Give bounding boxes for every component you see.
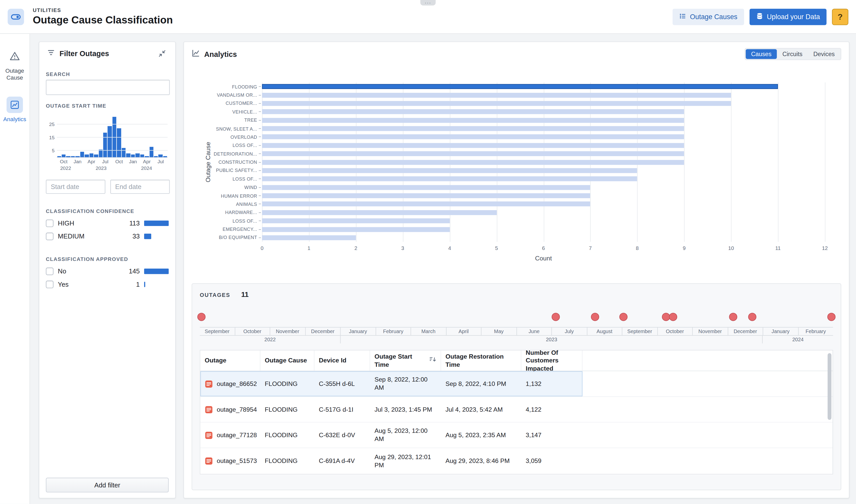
- category-label: ANIMALS: [236, 201, 257, 207]
- hist-bar[interactable]: [94, 155, 98, 157]
- column-header-outage-cause[interactable]: Outage Cause: [261, 350, 315, 371]
- outage-dot[interactable]: [729, 313, 737, 321]
- hist-bar[interactable]: [131, 155, 135, 157]
- column-header-outage-restoration-time[interactable]: Outage Restoration Time: [441, 350, 521, 371]
- hist-bar[interactable]: [62, 155, 66, 157]
- hist-bar[interactable]: [159, 155, 163, 157]
- hist-x-tick-label: Apr: [143, 159, 151, 164]
- hist-bar[interactable]: [80, 152, 84, 157]
- search-input[interactable]: [46, 79, 170, 95]
- hist-bar[interactable]: [140, 155, 144, 157]
- axis-tick: [259, 95, 261, 95]
- bar-wind[interactable]: [262, 185, 590, 190]
- bar-emergency[interactable]: [262, 227, 450, 232]
- filter-icon: [47, 48, 55, 59]
- bar-overload[interactable]: [262, 134, 684, 139]
- chart-row-vandalism-or: VANDALISM OR...: [262, 91, 825, 99]
- timeline-dots-strip: [200, 303, 833, 327]
- column-header-outage[interactable]: Outage: [200, 350, 260, 371]
- tab-causes[interactable]: Causes: [746, 49, 777, 59]
- bar-loss-of[interactable]: [262, 219, 450, 223]
- filter-option-high[interactable]: HIGH 113: [46, 217, 169, 230]
- timeline-month-september: September: [200, 327, 234, 335]
- bar-construction[interactable]: [262, 160, 684, 164]
- filter-option-no[interactable]: No 145: [46, 265, 169, 278]
- outage-dot[interactable]: [591, 313, 599, 321]
- tab-circuits[interactable]: Circuits: [777, 49, 808, 59]
- bar-b-o-equipment[interactable]: [262, 235, 356, 240]
- bar-human-error[interactable]: [262, 193, 590, 198]
- outage-dot[interactable]: [827, 313, 835, 321]
- add-filter-button[interactable]: Add filter: [46, 478, 169, 492]
- filter-option-medium[interactable]: MEDIUM 33: [46, 230, 169, 243]
- outage-causes-button[interactable]: Outage Causes: [673, 8, 744, 25]
- classification-confidence-label: CLASSIFICATION CONFIDENCE: [46, 208, 169, 214]
- hist-bar[interactable]: [122, 148, 126, 157]
- bar-customer[interactable]: [262, 101, 731, 106]
- tab-devices[interactable]: Devices: [808, 49, 840, 59]
- hist-bar[interactable]: [136, 153, 140, 157]
- bar-snow-sleet-a[interactable]: [262, 126, 684, 131]
- sort-icon[interactable]: [429, 356, 436, 365]
- window-drag-handle[interactable]: ···: [420, 0, 436, 5]
- hist-bar[interactable]: [117, 129, 121, 157]
- hist-bar[interactable]: [163, 156, 167, 157]
- hist-bar[interactable]: [103, 132, 107, 157]
- hist-bar[interactable]: [145, 156, 149, 157]
- checkbox[interactable]: [46, 219, 54, 227]
- hist-bar[interactable]: [89, 153, 93, 157]
- table-row-outage_86652[interactable]: outage_86652FLOODINGC-355H d-6LSep 8, 20…: [200, 371, 832, 397]
- column-header-device-id[interactable]: Device Id: [315, 350, 370, 371]
- hist-bar[interactable]: [108, 126, 112, 157]
- collapse-panel-button[interactable]: [157, 48, 167, 59]
- sidebar-item-label: Analytics: [1, 116, 29, 123]
- upload-data-button[interactable]: Upload your Data: [749, 8, 826, 25]
- hist-bar[interactable]: [85, 155, 89, 157]
- outage-dot[interactable]: [552, 313, 560, 321]
- hist-bar[interactable]: [154, 156, 158, 157]
- outage-dot[interactable]: [669, 313, 677, 321]
- axis-tick: [259, 120, 261, 120]
- checkbox[interactable]: [46, 233, 54, 240]
- bar-deterioration[interactable]: [262, 151, 684, 156]
- category-label: LOSS OF...: [233, 218, 257, 223]
- bar-animals[interactable]: [262, 202, 590, 206]
- bar-loss-of[interactable]: [262, 143, 684, 148]
- table-row-outage_77128[interactable]: outage_77128FLOODINGC-632E d-0VAug 5, 20…: [200, 422, 832, 448]
- bar-tree[interactable]: [262, 118, 684, 123]
- outage-dot[interactable]: [748, 313, 756, 321]
- filter-option-yes[interactable]: Yes 1: [46, 278, 169, 291]
- hist-bar[interactable]: [71, 156, 75, 157]
- sidebar-item-analytics[interactable]: Analytics: [0, 97, 30, 123]
- column-header-outage-start-time[interactable]: Outage Start Time: [370, 350, 441, 371]
- table-row-outage_78954[interactable]: outage_78954FLOODINGC-517G d-1IJul 3, 20…: [200, 397, 832, 422]
- hist-bar[interactable]: [57, 156, 61, 157]
- timeline-year-2023: 2023: [340, 335, 762, 343]
- x-tick-label: 11: [775, 245, 781, 251]
- checkbox[interactable]: [46, 268, 54, 275]
- bar-flooding[interactable]: [262, 84, 778, 89]
- outage-dot[interactable]: [198, 313, 206, 321]
- hist-bar[interactable]: [149, 147, 154, 157]
- checkbox[interactable]: [46, 281, 54, 288]
- hist-bar[interactable]: [126, 153, 130, 157]
- hist-bar[interactable]: [75, 156, 79, 157]
- help-button[interactable]: ?: [832, 8, 848, 25]
- bar-public-safety[interactable]: [262, 168, 637, 173]
- database-icon: [756, 12, 763, 21]
- bar-loss-of[interactable]: [262, 177, 637, 181]
- sidebar-item-outage-cause[interactable]: Outage Cause: [0, 48, 30, 82]
- start-date-input[interactable]: [46, 180, 105, 194]
- bar-vandalism-or[interactable]: [262, 93, 731, 97]
- table-scrollbar[interactable]: [828, 353, 832, 420]
- cell-cause: FLOODING: [261, 397, 315, 422]
- hist-bar[interactable]: [66, 156, 70, 157]
- row-filler: [583, 422, 833, 448]
- end-date-input[interactable]: [110, 180, 170, 194]
- outage-dot[interactable]: [619, 313, 627, 321]
- bar-vehicle[interactable]: [262, 109, 684, 114]
- outages-header: OUTAGES 11: [192, 284, 841, 303]
- bar-hardware[interactable]: [262, 210, 496, 215]
- column-header-number-of-customers-impacted[interactable]: Number Of Customers Impacted: [521, 350, 583, 371]
- table-row-outage_51573[interactable]: outage_51573FLOODINGC-691A d-4VAug 29, 2…: [200, 448, 832, 474]
